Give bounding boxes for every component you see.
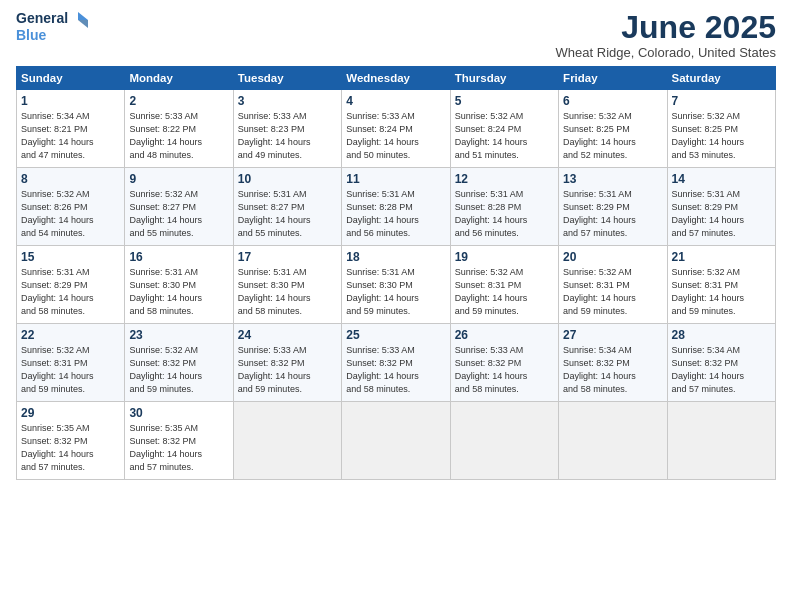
day-info: Sunrise: 5:32 AMSunset: 8:31 PMDaylight:… <box>455 267 528 316</box>
col-tuesday: Tuesday <box>233 67 341 90</box>
day-number: 21 <box>672 250 771 264</box>
table-row: 14Sunrise: 5:31 AMSunset: 8:29 PMDayligh… <box>667 168 775 246</box>
day-info: Sunrise: 5:32 AMSunset: 8:32 PMDaylight:… <box>129 345 202 394</box>
header: General Blue June 2025 Wheat Ridge, Colo… <box>16 10 776 60</box>
day-info: Sunrise: 5:31 AMSunset: 8:29 PMDaylight:… <box>563 189 636 238</box>
day-info: Sunrise: 5:33 AMSunset: 8:23 PMDaylight:… <box>238 111 311 160</box>
table-row: 24Sunrise: 5:33 AMSunset: 8:32 PMDayligh… <box>233 324 341 402</box>
day-info: Sunrise: 5:33 AMSunset: 8:22 PMDaylight:… <box>129 111 202 160</box>
day-number: 28 <box>672 328 771 342</box>
table-row <box>559 402 667 480</box>
day-number: 26 <box>455 328 554 342</box>
table-row: 27Sunrise: 5:34 AMSunset: 8:32 PMDayligh… <box>559 324 667 402</box>
day-number: 20 <box>563 250 662 264</box>
table-row: 25Sunrise: 5:33 AMSunset: 8:32 PMDayligh… <box>342 324 450 402</box>
day-number: 7 <box>672 94 771 108</box>
table-row: 1Sunrise: 5:34 AMSunset: 8:21 PMDaylight… <box>17 90 125 168</box>
logo-general: General <box>16 11 68 26</box>
day-number: 3 <box>238 94 337 108</box>
day-info: Sunrise: 5:31 AMSunset: 8:28 PMDaylight:… <box>346 189 419 238</box>
day-number: 29 <box>21 406 120 420</box>
day-number: 19 <box>455 250 554 264</box>
day-info: Sunrise: 5:33 AMSunset: 8:32 PMDaylight:… <box>346 345 419 394</box>
day-info: Sunrise: 5:31 AMSunset: 8:29 PMDaylight:… <box>672 189 745 238</box>
table-row: 12Sunrise: 5:31 AMSunset: 8:28 PMDayligh… <box>450 168 558 246</box>
day-info: Sunrise: 5:31 AMSunset: 8:29 PMDaylight:… <box>21 267 94 316</box>
calendar-week-row: 29Sunrise: 5:35 AMSunset: 8:32 PMDayligh… <box>17 402 776 480</box>
day-info: Sunrise: 5:31 AMSunset: 8:30 PMDaylight:… <box>346 267 419 316</box>
table-row: 17Sunrise: 5:31 AMSunset: 8:30 PMDayligh… <box>233 246 341 324</box>
day-number: 4 <box>346 94 445 108</box>
day-info: Sunrise: 5:35 AMSunset: 8:32 PMDaylight:… <box>129 423 202 472</box>
day-info: Sunrise: 5:32 AMSunset: 8:27 PMDaylight:… <box>129 189 202 238</box>
day-number: 14 <box>672 172 771 186</box>
day-info: Sunrise: 5:32 AMSunset: 8:26 PMDaylight:… <box>21 189 94 238</box>
table-row <box>450 402 558 480</box>
table-row: 16Sunrise: 5:31 AMSunset: 8:30 PMDayligh… <box>125 246 233 324</box>
table-row: 19Sunrise: 5:32 AMSunset: 8:31 PMDayligh… <box>450 246 558 324</box>
day-number: 8 <box>21 172 120 186</box>
day-number: 11 <box>346 172 445 186</box>
day-info: Sunrise: 5:34 AMSunset: 8:21 PMDaylight:… <box>21 111 94 160</box>
day-number: 13 <box>563 172 662 186</box>
day-info: Sunrise: 5:33 AMSunset: 8:24 PMDaylight:… <box>346 111 419 160</box>
day-number: 6 <box>563 94 662 108</box>
day-info: Sunrise: 5:34 AMSunset: 8:32 PMDaylight:… <box>672 345 745 394</box>
day-info: Sunrise: 5:32 AMSunset: 8:31 PMDaylight:… <box>563 267 636 316</box>
day-info: Sunrise: 5:31 AMSunset: 8:30 PMDaylight:… <box>238 267 311 316</box>
day-number: 24 <box>238 328 337 342</box>
day-info: Sunrise: 5:32 AMSunset: 8:24 PMDaylight:… <box>455 111 528 160</box>
table-row: 5Sunrise: 5:32 AMSunset: 8:24 PMDaylight… <box>450 90 558 168</box>
title-block: June 2025 Wheat Ridge, Colorado, United … <box>556 10 776 60</box>
day-info: Sunrise: 5:35 AMSunset: 8:32 PMDaylight:… <box>21 423 94 472</box>
table-row: 13Sunrise: 5:31 AMSunset: 8:29 PMDayligh… <box>559 168 667 246</box>
table-row: 7Sunrise: 5:32 AMSunset: 8:25 PMDaylight… <box>667 90 775 168</box>
page: General Blue June 2025 Wheat Ridge, Colo… <box>0 0 792 612</box>
table-row: 30Sunrise: 5:35 AMSunset: 8:32 PMDayligh… <box>125 402 233 480</box>
day-info: Sunrise: 5:34 AMSunset: 8:32 PMDaylight:… <box>563 345 636 394</box>
calendar-header-row: Sunday Monday Tuesday Wednesday Thursday… <box>17 67 776 90</box>
table-row: 6Sunrise: 5:32 AMSunset: 8:25 PMDaylight… <box>559 90 667 168</box>
day-info: Sunrise: 5:33 AMSunset: 8:32 PMDaylight:… <box>238 345 311 394</box>
table-row: 2Sunrise: 5:33 AMSunset: 8:22 PMDaylight… <box>125 90 233 168</box>
col-sunday: Sunday <box>17 67 125 90</box>
table-row: 20Sunrise: 5:32 AMSunset: 8:31 PMDayligh… <box>559 246 667 324</box>
table-row: 21Sunrise: 5:32 AMSunset: 8:31 PMDayligh… <box>667 246 775 324</box>
table-row <box>233 402 341 480</box>
day-number: 30 <box>129 406 228 420</box>
day-number: 25 <box>346 328 445 342</box>
table-row: 28Sunrise: 5:34 AMSunset: 8:32 PMDayligh… <box>667 324 775 402</box>
day-number: 23 <box>129 328 228 342</box>
table-row: 9Sunrise: 5:32 AMSunset: 8:27 PMDaylight… <box>125 168 233 246</box>
month-title: June 2025 <box>556 10 776 45</box>
day-info: Sunrise: 5:31 AMSunset: 8:28 PMDaylight:… <box>455 189 528 238</box>
col-monday: Monday <box>125 67 233 90</box>
day-number: 5 <box>455 94 554 108</box>
day-number: 9 <box>129 172 228 186</box>
col-friday: Friday <box>559 67 667 90</box>
day-number: 10 <box>238 172 337 186</box>
day-info: Sunrise: 5:31 AMSunset: 8:30 PMDaylight:… <box>129 267 202 316</box>
table-row: 10Sunrise: 5:31 AMSunset: 8:27 PMDayligh… <box>233 168 341 246</box>
day-number: 17 <box>238 250 337 264</box>
table-row: 29Sunrise: 5:35 AMSunset: 8:32 PMDayligh… <box>17 402 125 480</box>
calendar-table: Sunday Monday Tuesday Wednesday Thursday… <box>16 66 776 480</box>
calendar-week-row: 8Sunrise: 5:32 AMSunset: 8:26 PMDaylight… <box>17 168 776 246</box>
svg-marker-1 <box>78 20 88 28</box>
day-info: Sunrise: 5:31 AMSunset: 8:27 PMDaylight:… <box>238 189 311 238</box>
day-number: 1 <box>21 94 120 108</box>
calendar-week-row: 22Sunrise: 5:32 AMSunset: 8:31 PMDayligh… <box>17 324 776 402</box>
table-row: 26Sunrise: 5:33 AMSunset: 8:32 PMDayligh… <box>450 324 558 402</box>
day-number: 15 <box>21 250 120 264</box>
day-number: 2 <box>129 94 228 108</box>
day-number: 16 <box>129 250 228 264</box>
table-row: 22Sunrise: 5:32 AMSunset: 8:31 PMDayligh… <box>17 324 125 402</box>
table-row: 3Sunrise: 5:33 AMSunset: 8:23 PMDaylight… <box>233 90 341 168</box>
day-info: Sunrise: 5:32 AMSunset: 8:31 PMDaylight:… <box>21 345 94 394</box>
day-number: 27 <box>563 328 662 342</box>
logo-blue: Blue <box>16 28 46 43</box>
location: Wheat Ridge, Colorado, United States <box>556 45 776 60</box>
day-info: Sunrise: 5:33 AMSunset: 8:32 PMDaylight:… <box>455 345 528 394</box>
table-row <box>667 402 775 480</box>
logo: General Blue <box>16 10 88 43</box>
